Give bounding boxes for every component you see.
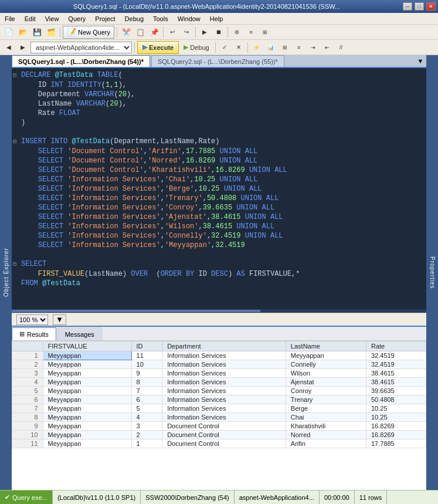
tb-stop[interactable]: ⏹	[212, 26, 225, 39]
code-content[interactable]: SELECT 'Document Control','Arifin',17.78…	[19, 147, 426, 156]
code-content[interactable]: SELECT 'Information Services','Conroy',3…	[19, 203, 426, 212]
lastname-cell: Trenary	[286, 395, 366, 404]
code-line: SELECT 'Information Services','Conroy',3…	[12, 203, 426, 212]
line-gutter[interactable]: ⊟	[12, 70, 19, 80]
rate-cell: 38.4615	[366, 378, 426, 387]
tb-new-file[interactable]: 📄	[2, 26, 15, 39]
code-content[interactable]: SELECT 'Document Control','Norred',16.82…	[19, 156, 426, 165]
tb-cancel-exec[interactable]: ✕	[232, 41, 245, 54]
results-tab-messages[interactable]: Messages	[57, 327, 102, 340]
editor-scroll-thumb[interactable]	[12, 310, 260, 312]
zoom-fit[interactable]: ▼	[53, 314, 66, 325]
line-gutter[interactable]: ⊟	[12, 137, 19, 147]
lastname-cell: Ajenstat	[286, 378, 366, 387]
tb-more1[interactable]: ⚙	[230, 26, 243, 39]
execute-button[interactable]: ▶ Execute	[137, 41, 179, 54]
code-content[interactable]: FROM @TestData	[19, 279, 426, 288]
code-content[interactable]: SELECT 'Information Services','Chai',10.…	[19, 175, 426, 184]
menu-help[interactable]: Help	[205, 14, 228, 23]
maximize-button[interactable]: □	[415, 2, 424, 11]
menu-project[interactable]: Project	[90, 14, 120, 23]
code-content[interactable]: )	[19, 118, 426, 127]
code-content[interactable]: SELECT 'Information Services','Ajenstat'…	[19, 212, 426, 222]
id-cell: 11	[131, 351, 162, 360]
code-content[interactable]: SELECT 'Information Services','Berge',10…	[19, 184, 426, 194]
rate-cell: 17.7885	[366, 439, 426, 448]
debug-button[interactable]: ▶ Debug	[180, 41, 212, 54]
code-line: ID INT IDENTITY(1,1),	[12, 80, 426, 90]
tb-results[interactable]: 📊	[264, 41, 277, 54]
code-content[interactable]: SELECT 'Document Control','Kharatishvili…	[19, 165, 426, 175]
tab-query2[interactable]: SQLQuery2.sql - (L...\DorbenZhang (55))*	[151, 55, 284, 67]
tb-copy[interactable]: 📋	[134, 26, 147, 39]
code-content[interactable]: DECLARE @TestData TABLE(	[19, 70, 426, 80]
close-button[interactable]: ✕	[426, 2, 436, 11]
status-time: 00:00:00	[320, 491, 355, 504]
tb-comment[interactable]: //	[335, 41, 348, 54]
tab-expand-button[interactable]: ▼	[415, 55, 426, 67]
properties-panel[interactable]: Properties	[426, 55, 438, 490]
code-content[interactable]: SELECT	[19, 259, 426, 269]
row-number: 10	[12, 431, 43, 439]
title-bar: SQLQuery1.sql - (LocalDb)\v11.0.aspnet-W…	[0, 0, 438, 13]
editor-scrollbar[interactable]	[12, 309, 426, 313]
menu-window[interactable]: Window	[173, 14, 205, 23]
menu-query[interactable]: Query	[63, 14, 90, 23]
tb-start-debug[interactable]: ▶	[198, 26, 211, 39]
menu-file[interactable]: File	[0, 14, 20, 23]
code-content[interactable]: SELECT 'Information Services','Connelly'…	[19, 231, 426, 241]
results-table-wrap[interactable]: FIRSTVALUE ID Department LastName Rate 1…	[12, 341, 426, 490]
firstvalue-cell: Meyyappan	[43, 404, 131, 413]
tb-forward[interactable]: ▶	[16, 41, 29, 54]
tb-cut[interactable]: ✂️	[120, 26, 133, 39]
results-tab-results[interactable]: ⊞ Results	[12, 327, 56, 340]
line-gutter[interactable]: ⊟	[12, 259, 19, 269]
code-editor[interactable]: ⊟DECLARE @TestData TABLE( ID INT IDENTIT…	[12, 68, 426, 309]
lastname-cell: Meyyappan	[286, 351, 366, 360]
code-content[interactable]: FIRST_VALUE(LastName) OVER (ORDER BY ID …	[19, 269, 426, 279]
code-content[interactable]	[19, 250, 426, 259]
zoom-bar: 100 % ▼	[12, 313, 426, 326]
tb-indent1[interactable]: ⇥	[307, 41, 320, 54]
object-explorer-panel[interactable]: Object Explorer	[0, 55, 12, 490]
tb-more3[interactable]: ⊞	[259, 26, 271, 39]
line-gutter	[12, 231, 19, 241]
code-content[interactable]: ID INT IDENTITY(1,1),	[19, 80, 426, 90]
tab-query1[interactable]: SQLQuery1.sql - (L...\DorbenZhang (54))*	[12, 55, 150, 67]
tb-undo[interactable]: ↩	[166, 26, 179, 39]
code-content[interactable]	[19, 127, 426, 137]
tb-redo[interactable]: ↪	[180, 26, 193, 39]
menu-tools[interactable]: Tools	[148, 14, 173, 23]
tb-parse[interactable]: ⚡	[250, 41, 263, 54]
tb-save-all[interactable]: 🗂️	[45, 26, 57, 39]
code-content[interactable]: SELECT 'Information Services','Wilson',3…	[19, 222, 426, 231]
menu-edit[interactable]: Edit	[20, 14, 40, 23]
code-content[interactable]: Rate FLOAT	[19, 109, 426, 118]
code-content[interactable]: Department VARCHAR(20),	[19, 90, 426, 99]
tb-grid[interactable]: ⊞	[279, 41, 291, 54]
results-tab-label: Results	[27, 331, 49, 338]
line-gutter	[12, 184, 19, 194]
table-row: 11Meyyappan1Document ControlArifin17.788…	[12, 439, 426, 448]
database-dropdown[interactable]: aspnet-WebApplication4ide...	[30, 42, 132, 53]
code-content[interactable]: SELECT 'Information Services','Meyyappan…	[19, 241, 426, 250]
tb-save[interactable]: 💾	[30, 26, 43, 39]
tb-paste[interactable]: 📌	[148, 26, 161, 39]
code-content[interactable]: SELECT 'Information Services','Trenary',…	[19, 194, 426, 203]
tb-back[interactable]: ◀	[2, 41, 15, 54]
row-number: 3	[12, 369, 43, 378]
zoom-select[interactable]: 100 %	[16, 314, 48, 325]
tb-check[interactable]: ✓	[218, 41, 231, 54]
code-content[interactable]: LastName VARCHAR(20),	[19, 99, 426, 109]
line-gutter	[12, 222, 19, 231]
tb-indent2[interactable]: ⇤	[321, 41, 334, 54]
menu-view[interactable]: View	[40, 14, 64, 23]
table-row: 8Meyyappan4Information ServicesChai10.25	[12, 413, 426, 422]
tb-opts[interactable]: ≡	[293, 41, 305, 54]
minimize-button[interactable]: ─	[403, 2, 412, 11]
code-content[interactable]: INSERT INTO @TestData(Department,LastNam…	[19, 137, 426, 147]
tb-more2[interactable]: ≡	[245, 26, 257, 39]
tb-open[interactable]: 📂	[16, 26, 29, 39]
new-query-button[interactable]: 📝 New Query	[63, 26, 114, 39]
menu-debug[interactable]: Debug	[120, 14, 148, 23]
